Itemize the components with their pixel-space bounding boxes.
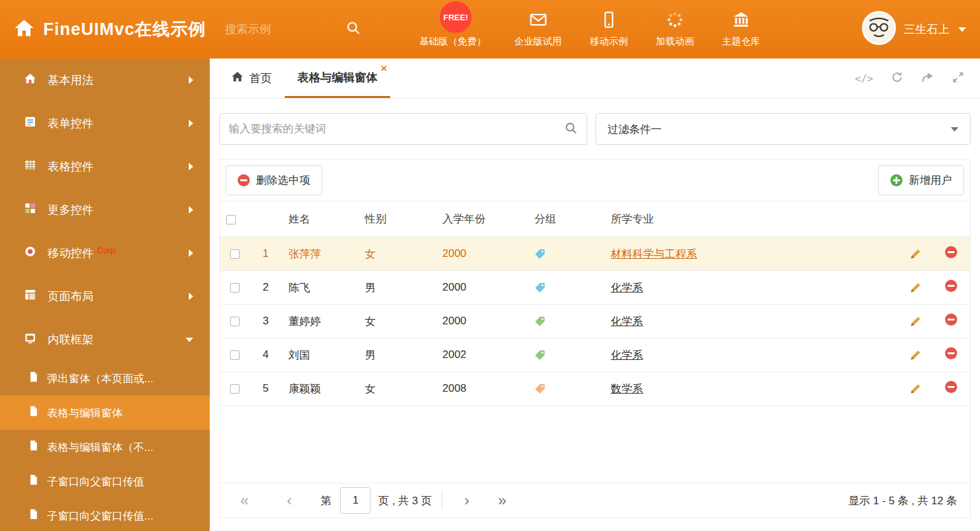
tab-grid-edit-window[interactable]: 表格与编辑窗体 × [285, 59, 390, 98]
delete-icon[interactable] [945, 246, 957, 258]
chevron-right-icon [189, 163, 193, 170]
row-checkbox[interactable] [230, 384, 240, 394]
sidebar-item-page-layout[interactable]: 页面布局 [0, 275, 210, 318]
major-link[interactable]: 数学系 [611, 383, 643, 395]
add-user-button[interactable]: 新增用户 [878, 165, 964, 195]
table-row[interactable]: 4 刘国 男 2002 化学系 [220, 338, 970, 372]
nav-label: 加载动画 [656, 36, 694, 48]
page-number-input[interactable] [340, 487, 371, 514]
page-icon [29, 474, 38, 488]
next-page-icon[interactable]: › [464, 493, 469, 508]
delete-icon[interactable] [945, 381, 957, 393]
grid-icon [24, 159, 36, 174]
sidebar-item-more-controls[interactable]: 更多控件 [0, 188, 210, 231]
edit-icon[interactable] [910, 316, 921, 327]
row-checkbox[interactable] [230, 283, 240, 293]
sidebar-item-basic-usage[interactable]: 基本用法 [0, 59, 210, 102]
edit-icon[interactable] [910, 249, 921, 259]
user-menu[interactable]: 三生石上 [862, 11, 966, 48]
search-icon[interactable] [564, 121, 578, 137]
cell-group [528, 305, 604, 338]
delete-icon[interactable] [945, 347, 957, 359]
tag-icon [534, 249, 545, 259]
page-icon [29, 371, 38, 385]
sidebar-subitem-grid-edit-window[interactable]: 表格与编辑窗体 [0, 396, 210, 430]
nav-theme-repo[interactable]: 主题仓库 [722, 11, 760, 48]
keyword-search-input[interactable] [229, 123, 564, 135]
house-icon [24, 72, 36, 88]
source-code-icon[interactable]: </> [855, 72, 873, 85]
sidebar: 基本用法 表单控件 表格控件 更多控件 移动控件 Corp. 页面布局 [0, 59, 210, 531]
nav-label: 移动示例 [590, 36, 628, 48]
major-link[interactable]: 化学系 [611, 315, 643, 328]
nav-enterprise-trial[interactable]: 企业版试用 [514, 11, 562, 48]
sidebar-subitem-child-to-parent[interactable]: 子窗口向父窗口传值 [0, 464, 210, 499]
header-search-input[interactable] [225, 23, 320, 36]
refresh-icon[interactable] [890, 71, 904, 86]
tag-icon [534, 383, 545, 394]
plus-circle-icon [890, 174, 902, 186]
major-link[interactable]: 化学系 [611, 282, 643, 294]
search-icon[interactable] [346, 20, 361, 38]
page-label-before: 第 [320, 493, 331, 508]
cell-name: 陈飞 [282, 271, 358, 305]
record-summary: 显示 1 - 5 条 , 共 12 条 [848, 493, 957, 508]
row-checkbox[interactable] [230, 317, 240, 326]
major-link[interactable]: 材料科学与工程系 [611, 248, 697, 260]
nav-mobile-demo[interactable]: 移动示例 [590, 11, 628, 48]
fullscreen-icon[interactable] [951, 71, 965, 86]
tab-bar: 首页 表格与编辑窗体 × </> [210, 59, 980, 99]
delete-icon[interactable] [945, 280, 957, 292]
sidebar-item-iframe[interactable]: 内联框架 [0, 318, 210, 361]
cell-gender: 女 [358, 237, 436, 271]
keyword-search-box [219, 113, 587, 145]
sidebar-subitem-grid-edit-window-2[interactable]: 表格与编辑窗体（不... [0, 430, 210, 464]
sidebar-subitem-label: 表格与编辑窗体（不... [47, 440, 153, 455]
column-header-group: 分组 [528, 202, 604, 237]
table-row[interactable]: 3 董婷婷 女 2000 化学系 [220, 305, 970, 338]
table-row[interactable]: 5 康颖颖 女 2008 数学系 [220, 372, 970, 406]
first-page-icon[interactable]: « [240, 493, 248, 508]
cell-gender: 女 [358, 372, 436, 406]
button-label: 新增用户 [909, 173, 952, 188]
delete-selected-button[interactable]: 删除选中项 [226, 165, 322, 195]
sidebar-subitem-popup-window[interactable]: 弹出窗体（本页面或... [0, 361, 210, 396]
column-header-name: 姓名 [282, 202, 358, 237]
row-checkbox[interactable] [230, 249, 240, 259]
tab-home[interactable]: 首页 [219, 59, 285, 98]
filter-dropdown[interactable]: 过滤条件一 [595, 113, 970, 145]
nav-loading-animation[interactable]: 加载动画 [656, 11, 694, 48]
grid-toolbar: 删除选中项 新增用户 [220, 160, 970, 201]
major-link[interactable]: 化学系 [611, 349, 643, 361]
table-row[interactable]: 2 陈飞 男 2000 化学系 [220, 271, 970, 305]
column-header-number [249, 202, 282, 237]
sidebar-item-grid-controls[interactable]: 表格控件 [0, 145, 210, 188]
page-icon [29, 406, 38, 420]
cell-year: 2000 [436, 237, 528, 271]
cell-group [528, 338, 604, 372]
sidebar-subitem-child-to-parent-2[interactable]: 子窗口向父窗口传值... [0, 499, 210, 531]
home-logo-icon[interactable] [14, 18, 34, 41]
row-checkbox[interactable] [230, 350, 240, 360]
filter-dropdown-value: 过滤条件一 [608, 122, 662, 137]
prev-page-icon[interactable]: ‹ [287, 493, 292, 508]
delete-icon[interactable] [945, 314, 957, 326]
tag-icon [534, 282, 545, 293]
column-header-gender: 性别 [358, 202, 436, 237]
select-all-checkbox[interactable] [226, 215, 236, 224]
edit-icon[interactable] [910, 383, 921, 394]
close-icon[interactable]: × [381, 63, 387, 74]
header-search [225, 20, 361, 38]
last-page-icon[interactable]: » [498, 493, 506, 508]
open-new-window-icon[interactable] [921, 71, 934, 86]
layout-icon [24, 289, 36, 304]
sidebar-item-form-controls[interactable]: 表单控件 [0, 102, 210, 145]
corp-badge: Corp. [97, 245, 118, 255]
table-row[interactable]: 1 张萍萍 女 2000 材料科学与工程系 [220, 237, 970, 271]
edit-icon[interactable] [910, 282, 921, 293]
avatar [862, 11, 896, 48]
edit-icon[interactable] [910, 350, 921, 361]
blocks-icon [24, 202, 36, 217]
sidebar-item-label: 内联框架 [48, 332, 93, 347]
sidebar-item-mobile-controls[interactable]: 移动控件 Corp. [0, 231, 210, 275]
